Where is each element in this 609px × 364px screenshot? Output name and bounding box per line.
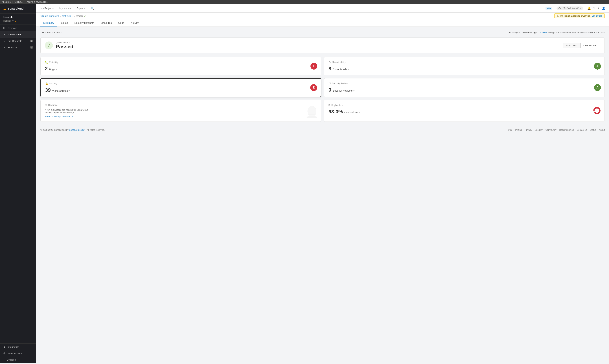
setup-coverage-link[interactable]: Setup coverage analysis ↗ [45,115,88,118]
coverage-card: ◎ Coverage A few extra steps are needed … [40,100,321,122]
sidebar-item-overview[interactable]: ⊞ Overview [0,25,36,31]
topnav-icons: 🔔 ? + 👤 [587,6,605,10]
sidebar-item-main-branch[interactable]: ⑂ Main Branch [0,31,36,38]
browser-tab-2[interactable]: Adding a new SSH k... [26,1,48,3]
quality-gate-help-icon[interactable]: ? [68,41,70,44]
duplications-help-icon[interactable]: ? [359,111,360,114]
reliability-rating: E [310,63,317,70]
my-issues-link[interactable]: My Issues [59,4,71,13]
footer-contact-us[interactable]: Contact us [577,129,587,131]
new-code-button[interactable]: New Code [563,43,580,48]
security-help-icon[interactable]: ? [68,90,70,92]
warning-icon: ⚠ [557,15,559,17]
sidebar: ☁ sonarcloud test-vuln PUBLIC ⑂ ★ ⊞ Over… [0,4,36,363]
lines-label: Lines of Code [45,31,60,34]
top-navigation: My Projects My Issues Explore 🔍 NEW C++2… [36,4,609,13]
sidebar-item-main-branch-label: Main Branch [8,33,21,36]
warning-link[interactable]: See details [592,15,602,17]
tab-issues[interactable]: Issues [58,19,71,27]
quality-gate-check-icon: ✓ [45,41,53,49]
commit-hash-link[interactable]: 13f388f3 [538,31,547,34]
project-name[interactable]: test-vuln [3,16,33,19]
sidebar-nav: ⊞ Overview ⑂ Main Branch ⑂ Pull Requests… [0,25,36,343]
maintainability-help-icon[interactable]: ? [348,68,349,71]
page-content: Claudia Sonarova › test-vuln › ⑂ master … [36,13,609,363]
security-review-title: 🛡 Security Review [329,82,600,85]
footer-security[interactable]: Security [535,129,543,131]
reliability-icon: 🐛 [45,61,48,64]
tab-security-hotspots[interactable]: Security Hotspots [71,19,97,27]
commit-message: Merge pull request #1 from claudiasonaro… [548,31,605,34]
footer-pricing[interactable]: Pricing [515,129,522,131]
sidebar-item-branches-label: Branches [8,46,17,49]
collapse-button[interactable]: ← Collapse [0,357,36,363]
overall-code-button[interactable]: Overall Code [580,43,600,48]
reliability-help-icon[interactable]: ? [55,68,57,71]
sidebar-item-pull-requests-label: Pull Requests [8,40,22,42]
branches-icon: ⑂ [3,46,6,49]
avatar[interactable]: 👤 [602,6,605,10]
my-projects-link[interactable]: My Projects [40,4,54,13]
last-analysis: Last analysis 3 minutes ago 13f388f3 Mer… [507,31,605,34]
security-review-value: 0 [329,87,331,93]
footer-documentation[interactable]: Documentation [559,129,574,131]
footer-community[interactable]: Community [545,129,556,131]
sidebar-item-information[interactable]: ℹ Information [0,344,36,350]
breadcrumb-user[interactable]: Claudia Sonarova [40,15,59,17]
security-title: 🔒 Security [45,82,317,85]
sidebar-item-branches[interactable]: ⑂ Branches 1 [0,44,36,51]
sidebar-item-pull-requests[interactable]: ⑂ Pull Requests 1 [0,38,36,44]
maintainability-value: 8 [329,66,331,72]
coverage-description: A few extra steps are needed for SonarCl… [45,109,88,114]
help-icon[interactable]: ? [594,7,595,10]
reliability-value: 2 [45,66,48,72]
security-metric-row: 39 Vulnerabilities ? [45,87,317,93]
duplications-donut [593,106,601,115]
external-link-icon: ↗ [71,115,73,118]
footer-about[interactable]: About [599,129,605,131]
close-pill-icon[interactable]: ✕ [579,7,581,10]
quality-gate-info: Quality Gate ? Passed [56,41,73,50]
tabs-bar: Summary Issues Security Hotspots Measure… [36,19,609,27]
quality-gate-left: ✓ Quality Gate ? Passed [45,41,73,50]
tab-activity[interactable]: Activity [128,19,142,27]
breadcrumb-bar: Claudia Sonarova › test-vuln › ⑂ master … [36,13,609,19]
github-icon[interactable]: ⑂ [12,20,14,22]
sidebar-logo-text[interactable]: sonarcloud [8,7,24,10]
tab-measures[interactable]: Measures [98,19,115,27]
coverage-icon: ◎ [45,104,47,106]
duplications-label: Duplications ? [344,111,360,114]
security-value: 39 [45,87,51,93]
tab-summary[interactable]: Summary [40,19,57,27]
code-toggle-buttons: New Code Overall Code [563,43,600,48]
sidebar-logo: ☁ sonarcloud [0,4,36,13]
security-review-icon: 🛡 [329,82,331,85]
lines-help-icon[interactable]: ? [61,31,62,34]
new-feature-pill[interactable]: C++20's `std::format` ✕ [556,6,583,10]
browser-tab-1[interactable]: About SSH - GitHub... [2,1,23,3]
footer-status[interactable]: Status [590,129,596,131]
branch-name[interactable]: master [76,15,83,17]
star-icon[interactable]: ★ [15,20,17,22]
security-review-help-icon[interactable]: ? [353,90,355,92]
coverage-text: A few extra steps are needed for SonarCl… [45,109,88,118]
duplications-title: ⧉ Duplications [329,104,600,107]
reliability-title: 🐛 Reliability [45,61,317,64]
plus-icon[interactable]: + [598,7,599,10]
sidebar-item-administration[interactable]: ⚙ Administration [0,350,36,357]
security-review-card: 🛡 Security Review 0 Security Hotspots ? … [324,78,605,97]
explore-link[interactable]: Explore [76,4,86,13]
lines-of-code-stat: 155 Lines of Code ? [40,31,62,34]
sonar-source-link[interactable]: SonarSource SA [69,129,85,131]
footer-links: Terms Pricing Privacy Security Community… [506,129,605,131]
lines-count: 155 [40,31,44,34]
breadcrumb-project[interactable]: test-vuln [62,15,71,17]
footer-terms[interactable]: Terms [506,129,513,131]
search-icon[interactable]: 🔍 [90,4,95,13]
last-analysis-label: Last analysis [507,31,520,34]
footer-privacy[interactable]: Privacy [525,129,532,131]
svg-point-6 [594,108,600,113]
tab-code[interactable]: Code [116,19,127,27]
breadcrumb-branch: ⑂ master ✓ [74,14,86,17]
notifications-icon[interactable]: 🔔 [587,6,591,10]
